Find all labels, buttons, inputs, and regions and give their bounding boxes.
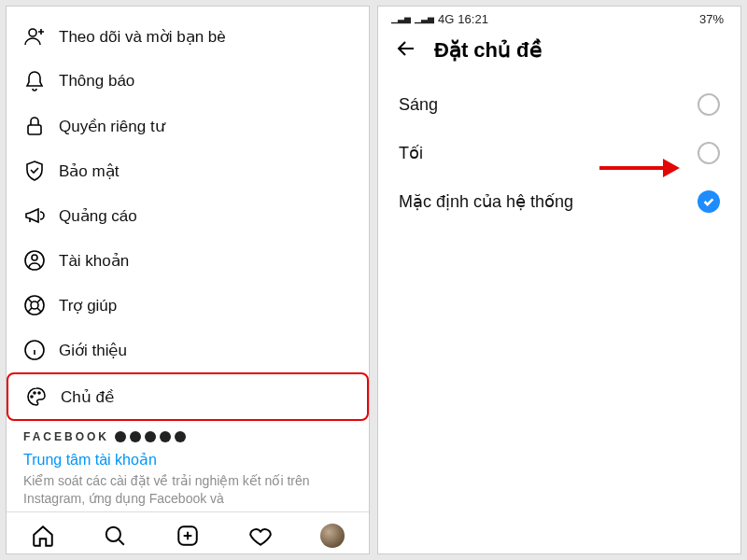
bottom-tab-bar <box>7 511 369 554</box>
svg-point-10 <box>106 527 120 541</box>
shield-check-icon <box>23 160 46 182</box>
menu-notifications[interactable]: Thông báo <box>7 59 369 104</box>
menu-help[interactable]: Trợ giúp <box>7 283 369 328</box>
page-header: Đặt chủ đề <box>378 28 740 80</box>
accounts-center-link[interactable]: Trung tâm tài khoản <box>23 449 352 472</box>
menu-label: Chủ đề <box>61 387 114 407</box>
network-label: 4G <box>438 12 454 26</box>
page-title: Đặt chủ đề <box>434 38 543 63</box>
menu-ads[interactable]: Quảng cáo <box>7 193 369 238</box>
tab-search[interactable] <box>101 522 129 550</box>
svg-point-5 <box>31 301 38 309</box>
svg-point-9 <box>38 392 40 394</box>
menu-follow-invite[interactable]: Theo dõi và mời bạn bè <box>7 14 369 59</box>
back-button[interactable] <box>395 37 417 63</box>
option-label: Sáng <box>399 95 438 115</box>
menu-label: Tài khoản <box>59 251 129 271</box>
tab-profile[interactable] <box>318 522 346 550</box>
megaphone-icon <box>23 204 46 227</box>
battery-percent: 37% <box>699 12 724 26</box>
facebook-logo-text: FACEBOOK <box>23 430 109 443</box>
status-bar: ▁▃▅ ▁▃▅ 4G 16:21 37% <box>378 7 740 28</box>
option-label: Mặc định của hệ thống <box>399 191 573 212</box>
facebook-app-icons <box>115 431 186 442</box>
svg-point-3 <box>32 255 37 260</box>
menu-theme[interactable]: Chủ đề <box>7 372 369 421</box>
menu-label: Trợ giúp <box>59 296 117 315</box>
menu-security[interactable]: Bảo mật <box>7 148 369 193</box>
lock-icon <box>23 115 46 137</box>
option-dark[interactable]: Tối <box>378 129 740 177</box>
signal-icon-1: ▁▃▅ <box>391 15 411 23</box>
settings-menu: Theo dõi và mời bạn bè Thông báo Quyền r… <box>7 7 369 421</box>
menu-label: Theo dõi và mời bạn bè <box>59 27 226 47</box>
menu-label: Quyền riêng tư <box>59 117 165 136</box>
svg-point-8 <box>34 392 35 394</box>
add-user-icon <box>23 25 46 48</box>
right-phone: ▁▃▅ ▁▃▅ 4G 16:21 37% Đặt chủ đề Sáng Tối <box>377 6 741 554</box>
svg-rect-1 <box>28 125 41 134</box>
signal-icon-2: ▁▃▅ <box>415 15 434 23</box>
menu-account[interactable]: Tài khoản <box>7 238 369 283</box>
avatar-icon <box>320 524 345 548</box>
tab-create[interactable] <box>174 522 202 550</box>
tab-home[interactable] <box>29 522 57 550</box>
radio-checked-icon <box>698 190 720 213</box>
menu-label: Thông báo <box>59 72 134 91</box>
option-system-default[interactable]: Mặc định của hệ thống <box>378 177 740 226</box>
option-label: Tối <box>399 143 423 163</box>
svg-point-0 <box>29 29 36 36</box>
menu-label: Bảo mật <box>59 161 119 181</box>
option-light[interactable]: Sáng <box>378 80 740 129</box>
radio-unchecked-icon <box>698 142 720 164</box>
radio-unchecked-icon <box>698 93 720 116</box>
status-time: 16:21 <box>458 12 488 26</box>
bell-icon <box>23 70 46 92</box>
lifebuoy-icon <box>23 294 46 316</box>
left-phone: Theo dõi và mời bạn bè Thông báo Quyền r… <box>6 6 370 554</box>
tab-activity[interactable] <box>247 522 275 550</box>
menu-privacy[interactable]: Quyền riêng tư <box>7 104 369 148</box>
user-circle-icon <box>23 249 46 272</box>
menu-label: Quảng cáo <box>59 206 137 226</box>
svg-point-7 <box>31 396 33 398</box>
theme-options: Sáng Tối Mặc định của hệ thống <box>378 80 740 226</box>
facebook-section: FACEBOOK Trung tâm tài khoản Kiểm soát c… <box>7 421 369 511</box>
menu-about[interactable]: Giới thiệu <box>7 328 369 372</box>
palette-icon <box>25 385 48 408</box>
accounts-center-description: Kiểm soát các cài đặt về trải nghiệm kết… <box>23 472 352 508</box>
info-icon <box>23 339 46 361</box>
menu-label: Giới thiệu <box>59 341 127 360</box>
